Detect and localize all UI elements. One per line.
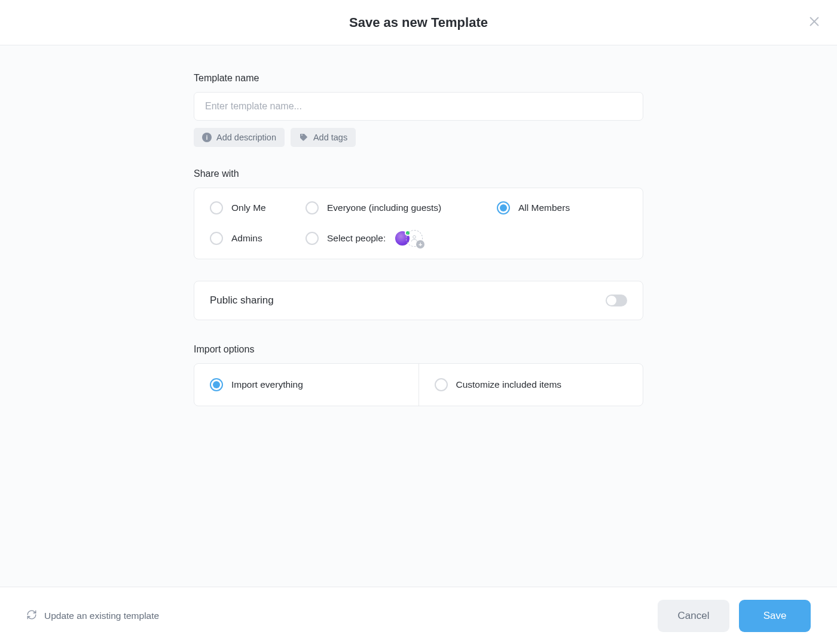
share-option-admins[interactable]: Admins	[210, 232, 300, 245]
close-icon	[808, 15, 821, 30]
refresh-icon	[26, 609, 37, 622]
save-template-dialog: Save as new Template Template name i Add…	[0, 0, 837, 644]
form: Template name i Add description Add tags…	[194, 73, 643, 587]
cancel-button[interactable]: Cancel	[658, 600, 729, 632]
share-radio-group: Only Me Everyone (including guests) All …	[210, 201, 627, 247]
import-option-label: Import everything	[231, 379, 303, 390]
svg-point-2	[413, 235, 416, 238]
add-tags-button[interactable]: Add tags	[291, 128, 356, 147]
dialog-header: Save as new Template	[0, 0, 837, 45]
share-option-label: Select people:	[327, 233, 386, 244]
save-button[interactable]: Save	[739, 600, 811, 632]
radio-icon	[306, 201, 319, 214]
update-existing-label: Update an existing template	[44, 611, 159, 621]
import-option-everything[interactable]: Import everything	[194, 364, 418, 406]
plus-icon: +	[416, 240, 424, 249]
import-options-card: Import everything Customize included ite…	[194, 363, 643, 406]
template-name-label: Template name	[194, 73, 643, 84]
close-button[interactable]	[806, 14, 823, 31]
add-description-label: Add description	[216, 133, 276, 142]
dialog-footer: Update an existing template Cancel Save	[0, 587, 837, 644]
info-icon: i	[202, 133, 212, 142]
template-name-input[interactable]	[194, 92, 643, 121]
share-option-only-me[interactable]: Only Me	[210, 201, 300, 214]
people-avatars: +	[394, 230, 423, 247]
share-card: Only Me Everyone (including guests) All …	[194, 188, 643, 259]
import-options-label: Import options	[194, 344, 643, 355]
radio-icon	[306, 232, 319, 245]
import-option-label: Customize included items	[456, 379, 562, 390]
import-option-customize[interactable]: Customize included items	[418, 364, 643, 406]
toggle-knob-icon	[607, 296, 616, 305]
add-tags-label: Add tags	[313, 133, 347, 142]
radio-icon	[210, 232, 223, 245]
share-option-label: Only Me	[231, 203, 266, 213]
dialog-body: Template name i Add description Add tags…	[0, 45, 837, 587]
footer-actions: Cancel Save	[658, 600, 811, 632]
radio-icon	[210, 378, 223, 391]
radio-icon	[497, 201, 510, 214]
share-option-select-people[interactable]: Select people: +	[306, 230, 491, 247]
share-option-all-members[interactable]: All Members	[497, 201, 627, 214]
dialog-title: Save as new Template	[349, 15, 488, 30]
public-sharing-card: Public sharing	[194, 281, 643, 320]
public-sharing-label: Public sharing	[210, 295, 274, 306]
pill-row: i Add description Add tags	[194, 128, 643, 147]
share-option-label: Everyone (including guests)	[327, 203, 441, 213]
update-existing-template-link[interactable]: Update an existing template	[26, 609, 159, 622]
add-people-button[interactable]: +	[406, 230, 423, 247]
share-option-everyone[interactable]: Everyone (including guests)	[306, 201, 491, 214]
share-option-label: All Members	[518, 203, 570, 213]
share-with-label: Share with	[194, 168, 643, 179]
public-sharing-toggle[interactable]	[606, 295, 627, 306]
radio-icon	[210, 201, 223, 214]
add-description-button[interactable]: i Add description	[194, 128, 285, 147]
radio-icon	[435, 378, 448, 391]
share-option-label: Admins	[231, 233, 262, 244]
tag-icon	[299, 133, 308, 142]
